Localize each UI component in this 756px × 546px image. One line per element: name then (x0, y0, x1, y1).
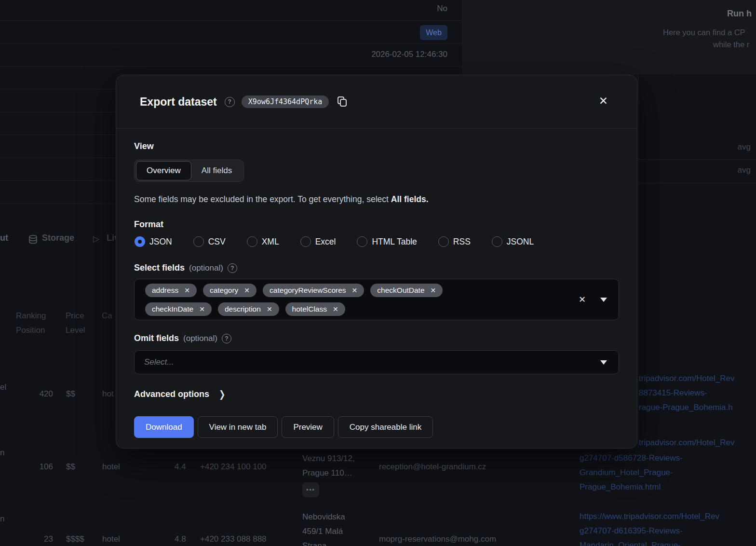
chevron-right-icon: ❯ (219, 389, 225, 400)
col-header-ranking-1: Ranking (16, 311, 46, 321)
remove-icon[interactable]: ✕ (199, 305, 205, 313)
address-cell: Prague 110… (302, 468, 352, 478)
url-link[interactable]: tripadvisor.com/Hotel_Rev (639, 374, 734, 383)
field-chip-description[interactable]: description ✕ (218, 302, 279, 316)
field-chip-checkInDate[interactable]: checkInDate ✕ (145, 302, 212, 316)
view-label-text: View (134, 141, 154, 151)
col-header-ranking-2: Position (16, 326, 45, 335)
field-chip-hotelClass[interactable]: hotelClass ✕ (285, 302, 345, 316)
select-fields-input[interactable]: address ✕ category ✕ categoryReviewScore… (134, 279, 619, 320)
chip-label: address (152, 286, 178, 295)
chip-label: description (225, 305, 261, 314)
field-controls (589, 360, 619, 365)
field-chip-address[interactable]: address ✕ (145, 284, 197, 297)
format-radio-json[interactable]: JSON (135, 236, 172, 247)
chevron-down-icon[interactable] (600, 298, 607, 302)
format-label-text: Format (134, 219, 163, 230)
phone-cell: +420 234 100 100 (200, 462, 267, 472)
run-info-panel (462, 0, 756, 75)
close-icon[interactable]: ✕ (599, 96, 608, 107)
radio-label: JSON (149, 237, 172, 247)
toggle-all-fields[interactable]: All fields (191, 162, 242, 180)
field-chip-category[interactable]: category ✕ (203, 284, 256, 297)
radio-icon (357, 236, 367, 247)
radio-selected-icon (135, 236, 145, 247)
col-header-price-1: Price (66, 311, 84, 321)
url-link[interactable]: tripadvisor.com/Hotel_Rev (639, 438, 734, 448)
format-radio-csv[interactable]: CSV (193, 236, 226, 247)
url-link[interactable]: Mandarin_Oriental_Prague- (580, 541, 681, 546)
field-chip-checkOutDate[interactable]: checkOutDate ✕ (370, 284, 443, 297)
timestamp-cell: 2026-02-05 12:46:30 (338, 50, 447, 59)
table-row: n (0, 448, 4, 458)
category-cell: hotel (102, 534, 120, 544)
note-text: Some fields may be excluded in the expor… (134, 194, 391, 204)
format-radio-jsonl[interactable]: JSONL (492, 236, 534, 247)
format-radio-excel[interactable]: Excel (300, 236, 336, 247)
advanced-options-label: Advanced options (134, 389, 209, 399)
copy-shareable-link-button[interactable]: Copy shareable link (338, 416, 433, 438)
chip-label: checkOutDate (377, 286, 424, 295)
radio-label: CSV (208, 237, 226, 247)
optional-text: (optional) (189, 263, 223, 273)
download-button[interactable]: Download (134, 416, 194, 438)
help-icon[interactable]: ? (225, 97, 235, 107)
run-panel-info-line2: while the r (713, 40, 749, 49)
format-radio-html-table[interactable]: HTML Table (357, 236, 417, 247)
modal-header: Export dataset ? X9ow6Jf4364dPQrka ✕ (116, 75, 637, 129)
url-link[interactable]: Prague_Bohemia.html (580, 482, 661, 492)
chips-container: address ✕ category ✕ categoryReviewScore… (135, 284, 567, 316)
price-cell: $$$$ (66, 534, 84, 544)
note-bold-text: All fields. (391, 194, 429, 204)
radio-icon (247, 236, 257, 247)
url-link[interactable]: https://www.tripadvisor.com/Hotel_Rev (580, 512, 719, 521)
category-cell: hot (102, 389, 114, 399)
clear-all-icon[interactable]: ✕ (579, 294, 586, 305)
price-cell: $$ (66, 389, 75, 399)
chip-label: category (210, 286, 238, 295)
radio-icon (193, 236, 204, 247)
url-link[interactable]: g274707-d586728-Reviews- (580, 453, 683, 463)
remove-icon[interactable]: ✕ (431, 287, 436, 294)
rank-cell: 106 (29, 462, 53, 472)
copy-icon[interactable] (338, 96, 347, 107)
chip-label: categoryReviewScores (270, 286, 346, 295)
table-cell-no: No (357, 4, 447, 14)
radio-label: RSS (453, 237, 471, 247)
remove-icon[interactable]: ✕ (184, 287, 190, 294)
expand-cell-button[interactable]: ••• (302, 482, 319, 497)
view-in-new-tab-button[interactable]: View in new tab (198, 416, 278, 438)
toggle-overview[interactable]: Overview (136, 161, 191, 180)
rank-cell: 23 (29, 534, 53, 544)
rank-cell: 420 (29, 389, 53, 399)
chip-label: checkInDate (152, 305, 193, 314)
field-chip-categoryReviewScores[interactable]: categoryReviewScores ✕ (263, 284, 364, 297)
url-link[interactable]: 8873415-Reviews- (639, 388, 707, 398)
url-link[interactable]: rague-Prague_Bohemia.h (639, 403, 733, 412)
address-cell: Nebovidska (302, 512, 345, 522)
remove-icon[interactable]: ✕ (352, 287, 358, 294)
price-cell: $$ (66, 462, 75, 472)
select-fields-label: Select fields (optional) ? (134, 263, 237, 273)
tab-storage[interactable]: Storage (42, 233, 74, 243)
radio-label: HTML Table (372, 237, 417, 247)
help-icon[interactable]: ? (222, 334, 231, 343)
chevron-down-icon[interactable] (600, 360, 607, 365)
format-radio-rss[interactable]: RSS (438, 236, 471, 247)
url-link[interactable]: Grandium_Hotel_Prague- (580, 468, 673, 478)
preview-button[interactable]: Preview (282, 416, 334, 438)
format-radio-xml[interactable]: XML (247, 236, 279, 247)
omit-fields-input[interactable]: Select... (134, 350, 619, 374)
url-link[interactable]: g274707-d616395-Reviews- (580, 526, 683, 536)
export-dataset-modal: Export dataset ? X9ow6Jf4364dPQrka ✕ Vie… (116, 75, 637, 449)
advanced-options-toggle[interactable]: Advanced options ❯ (134, 389, 225, 399)
format-radio-group: JSON CSV XML Excel HTML Table RSS (135, 236, 534, 247)
radio-icon (438, 236, 449, 247)
remove-icon[interactable]: ✕ (244, 287, 250, 294)
remove-icon[interactable]: ✕ (333, 305, 338, 313)
remove-icon[interactable]: ✕ (267, 305, 272, 313)
col-header-category-fragment: Ca (102, 311, 112, 321)
tab-output-fragment[interactable]: ut (0, 233, 8, 243)
modal-actions: Download View in new tab Preview Copy sh… (134, 416, 433, 438)
help-icon[interactable]: ? (228, 263, 237, 273)
